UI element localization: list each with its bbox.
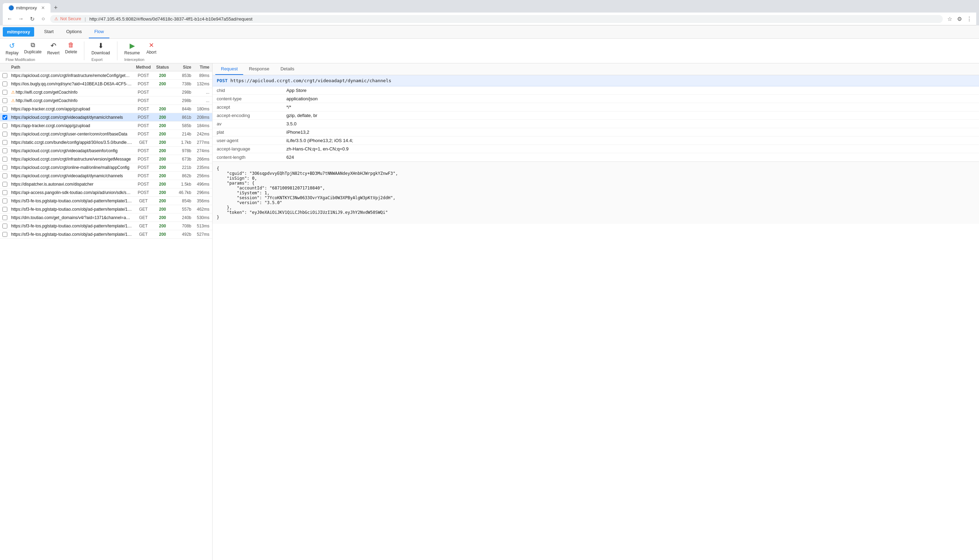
download-button[interactable]: ⬇ Download [88, 40, 113, 57]
app-brand[interactable]: mitmproxy [3, 27, 34, 37]
table-row[interactable]: https://app-tracker.ccrgt.com/app/gzuplo… [0, 105, 212, 113]
row-check[interactable] [0, 173, 10, 178]
table-row[interactable]: ⚠http://wifi.ccrgt.com/getCoachInfo POST… [0, 88, 212, 97]
row-path: https://apicloud.ccrgt.com/crgt/videoada… [10, 172, 134, 179]
detail-tab-response[interactable]: Response [243, 63, 275, 75]
home-button[interactable]: ○ [39, 15, 47, 23]
row-checkbox[interactable] [2, 165, 7, 170]
row-checkbox[interactable] [2, 223, 7, 228]
row-check[interactable] [0, 90, 10, 95]
row-checkbox[interactable] [2, 107, 7, 112]
row-checkbox[interactable] [2, 132, 7, 137]
row-check[interactable] [0, 132, 10, 137]
row-status: 200 [153, 107, 172, 112]
table-row[interactable]: ⚠http://wifi.ccrgt.com/getCoachInfo POST… [0, 97, 212, 105]
new-tab-button[interactable]: + [50, 3, 61, 13]
row-check[interactable] [0, 215, 10, 220]
row-check[interactable] [0, 198, 10, 203]
tab-start[interactable]: Start [38, 25, 59, 38]
detail-tab-request[interactable]: Request [215, 63, 243, 75]
abort-button[interactable]: ✕ Abort [142, 40, 160, 57]
row-checkbox[interactable] [2, 82, 7, 87]
row-check[interactable] [0, 82, 10, 87]
extensions-button[interactable]: ⚙ [955, 15, 964, 23]
row-checkbox[interactable] [2, 73, 7, 78]
forward-button[interactable]: → [17, 15, 25, 23]
row-checkbox[interactable] [2, 207, 7, 212]
table-row[interactable]: https://api-access.pangolin-sdk-toutiao.… [0, 188, 212, 197]
row-check[interactable] [0, 165, 10, 170]
row-method: POST [134, 115, 153, 120]
row-checkbox[interactable] [2, 173, 7, 178]
row-check[interactable] [0, 98, 10, 103]
row-check[interactable] [0, 232, 10, 237]
header-name: av [212, 120, 282, 128]
row-checkbox[interactable] [2, 148, 7, 153]
row-check[interactable] [0, 157, 10, 162]
table-row[interactable]: https://apicloud.ccrgt.com/crgt/online-m… [0, 163, 212, 172]
row-checkbox[interactable] [2, 140, 7, 145]
table-row[interactable]: https://app-tracker.ccrgt.com/app/gzuplo… [0, 122, 212, 130]
table-row[interactable]: https://sf3-fe-tos.pglstatp-toutiao.com/… [0, 230, 212, 238]
header-status: Status [153, 65, 172, 70]
detail-tab-details[interactable]: Details [275, 63, 300, 75]
revert-button[interactable]: ↶ Revert [44, 40, 62, 57]
table-row[interactable]: https://apicloud.ccrgt.com/crgt/videoada… [0, 147, 212, 155]
row-check[interactable] [0, 140, 10, 145]
flow-list-header: Path Method Status Size Time [0, 63, 212, 72]
row-check[interactable] [0, 207, 10, 212]
table-row[interactable]: https://dispatcher.is.autonavi.com/dispa… [0, 180, 212, 188]
tab-close-icon[interactable]: ✕ [41, 5, 45, 10]
row-check[interactable] [0, 73, 10, 78]
resume-button[interactable]: ▶ Resume [122, 40, 143, 57]
delete-button[interactable]: 🗑 Delete [62, 40, 80, 57]
replay-button[interactable]: ↺ Replay [3, 40, 21, 57]
header-value: iPhone13,2 [282, 128, 979, 137]
status-badge: 200 [159, 82, 166, 87]
table-row[interactable]: https://apicloud.ccrgt.com/crgt/infrastr… [0, 72, 212, 80]
row-check[interactable] [0, 123, 10, 128]
row-checkbox[interactable] [2, 123, 7, 128]
address-bar[interactable]: ⚠ Not Secure | http://47.105.45.5:8082/#… [50, 15, 943, 23]
row-checkbox[interactable] [2, 182, 7, 187]
row-check[interactable] [0, 190, 10, 195]
table-row[interactable]: https://sf3-fe-tos.pglstatp-toutiao.com/… [0, 222, 212, 230]
row-method: POST [134, 82, 153, 87]
table-row[interactable]: https://sf3-fe-tos.pglstatp-toutiao.com/… [0, 205, 212, 213]
row-status: 200 [153, 132, 172, 137]
row-check[interactable] [0, 115, 10, 120]
row-checkbox[interactable] [2, 232, 7, 237]
tab-flow[interactable]: Flow [89, 25, 109, 38]
table-row[interactable]: https://apicloud.ccrgt.com/crgt/infrastr… [0, 155, 212, 163]
table-row[interactable]: https://static.ccrgt.com/bundle/config/a… [0, 138, 212, 147]
tab-options[interactable]: Options [61, 25, 87, 38]
table-row[interactable]: https://apicloud.ccrgt.com/crgt/videoada… [0, 172, 212, 180]
table-row[interactable]: https://apicloud.ccrgt.com/crgt/user-cen… [0, 130, 212, 138]
row-check[interactable] [0, 107, 10, 112]
duplicate-button[interactable]: ⧉ Duplicate [21, 40, 44, 57]
table-row[interactable]: https://ios.bugly.qq.com/rqd/sync?aid=41… [0, 80, 212, 88]
table-row[interactable]: https://apicloud.ccrgt.com/crgt/videoada… [0, 113, 212, 122]
menu-button[interactable]: ⋮ [965, 15, 974, 23]
row-checkbox[interactable] [2, 90, 7, 95]
row-check[interactable] [0, 223, 10, 228]
row-checkbox[interactable] [2, 157, 7, 162]
row-status: 200 [153, 157, 172, 162]
download-icon: ⬇ [98, 42, 104, 50]
table-row[interactable]: https://dm.toutiao.com/get_domains/v4/?a… [0, 213, 212, 222]
row-check[interactable] [0, 182, 10, 187]
row-checkbox[interactable] [2, 215, 7, 220]
row-checkbox[interactable] [2, 98, 7, 103]
back-button[interactable]: ← [5, 15, 14, 23]
row-checkbox[interactable] [2, 190, 7, 195]
table-row[interactable]: https://sf3-fe-tos.pglstatp-toutiao.com/… [0, 197, 212, 205]
row-checkbox[interactable] [2, 115, 7, 120]
bookmark-button[interactable]: ☆ [946, 15, 954, 23]
warn-icon: ⚠ [11, 90, 15, 95]
row-time: 242ms [191, 132, 212, 137]
header-name: accept [212, 103, 282, 112]
row-check[interactable] [0, 148, 10, 153]
reload-button[interactable]: ↻ [28, 15, 36, 23]
row-checkbox[interactable] [2, 198, 7, 203]
browser-tab[interactable]: 🔵 mitmproxy ✕ [3, 3, 50, 13]
